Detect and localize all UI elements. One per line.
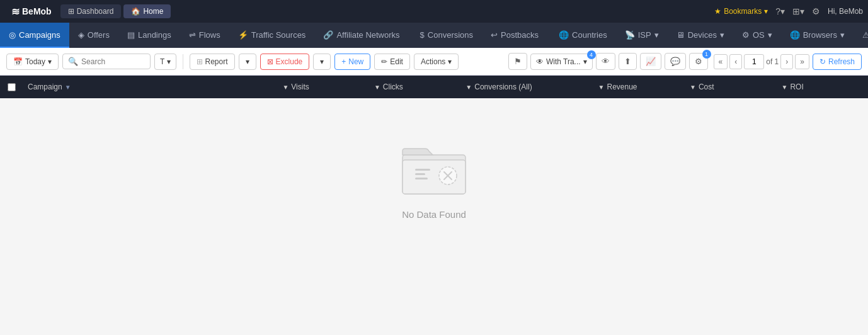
settings-icon[interactable]: ⚙ [812, 6, 820, 16]
chevron-down-icon: ▾ [583, 57, 587, 66]
bookmarks-button[interactable]: ★ Bookmarks ▾ [714, 7, 768, 16]
actions-button[interactable]: Actions ▾ [414, 54, 459, 70]
brand-logo: ≋ BeMob [5, 6, 58, 18]
sidebar-item-countries[interactable]: 🌐 Countries [550, 23, 616, 48]
eye-icon: 👁 [536, 57, 544, 66]
refresh-button[interactable]: ↻ Refresh [813, 54, 862, 70]
exclude-button[interactable]: ⊠ Exclude [260, 54, 310, 70]
edit-label: Edit [390, 57, 403, 66]
report-dropdown-button[interactable]: ▾ [239, 54, 256, 70]
settings-button[interactable]: ⚙ 1 [689, 53, 708, 70]
sidebar-item-landings[interactable]: ▤ Landings [118, 23, 180, 48]
column-header-visits[interactable]: ▼ Visits [277, 82, 368, 91]
edit-icon: ✏ [381, 57, 387, 66]
affiliate-networks-icon: 🔗 [323, 30, 333, 40]
report-icon: ⊞ [197, 57, 203, 66]
page-input[interactable] [744, 54, 764, 69]
sidebar-item-browsers[interactable]: 🌐 Browsers ▾ [781, 23, 854, 48]
bookmarks-label: Bookmarks [724, 7, 762, 16]
traffic-sources-icon: ⚡ [238, 30, 248, 40]
message-button[interactable]: 💬 [665, 53, 686, 70]
sidebar-item-campaigns[interactable]: ◎ Campaigns [0, 23, 69, 48]
landings-icon: ▤ [127, 30, 135, 40]
search-input[interactable] [81, 57, 144, 66]
traffic-badge: 4 [587, 50, 596, 59]
share-button[interactable]: ⬆ [619, 53, 637, 70]
chevron-down-icon: ▾ [654, 30, 659, 40]
sidebar-item-isp[interactable]: 📡 ISP ▾ [616, 23, 668, 48]
layout-icon[interactable]: ⊞▾ [792, 6, 804, 16]
flows-icon: ⇌ [189, 30, 196, 40]
column-header-campaign[interactable]: Campaign ▼ [23, 82, 277, 91]
sidebar-item-traffic-sources[interactable]: ⚡ Traffic Sources [229, 23, 315, 48]
first-page-button[interactable]: « [714, 54, 728, 69]
sidebar-item-offers[interactable]: ◈ Offers [69, 23, 118, 48]
sidebar-item-devices[interactable]: 🖥 Devices ▾ [668, 23, 733, 48]
plus-icon: + [341, 57, 346, 66]
sidebar-item-errors[interactable]: ⚠ Errors [854, 23, 868, 48]
sidebar-item-postbacks[interactable]: ↩ Postbacks [482, 23, 547, 48]
column-header-cost[interactable]: ▼ Cost [685, 82, 776, 91]
empty-folder-illustration [396, 136, 472, 199]
next-page-button[interactable]: › [780, 54, 793, 69]
column-header-roi[interactable]: ▼ ROI [777, 82, 868, 91]
chevron-down-icon: ▾ [448, 57, 452, 66]
clicks-column-label: Clicks [383, 82, 403, 91]
top-navigation: ≋ BeMob ⊞ Dashboard 🏠 Home ★ Bookmarks ▾… [0, 0, 868, 23]
errors-icon: ⚠ [862, 30, 868, 40]
revenue-column-label: Revenue [607, 82, 637, 91]
dashboard-label: Dashboard [77, 7, 114, 16]
column-header-revenue[interactable]: ▼ Revenue [593, 82, 685, 91]
prev-page-button[interactable]: ‹ [729, 54, 742, 69]
checkbox-all[interactable] [8, 83, 16, 91]
conversions-icon: $ [420, 30, 425, 40]
new-button[interactable]: + New [334, 54, 370, 70]
date-picker-button[interactable]: 📅 Today ▾ [6, 54, 59, 70]
filter-icon-roi: ▼ [782, 84, 788, 91]
report-button[interactable]: ⊞ Report [190, 54, 235, 70]
filter-icon-conversions: ▼ [465, 84, 472, 91]
eye-icon: 👁 [602, 57, 610, 66]
question-icon[interactable]: ?▾ [775, 6, 785, 16]
with-traffic-label: With Tra... [546, 57, 581, 66]
flag-button[interactable]: ⚑ [508, 53, 527, 70]
column-header-conversions[interactable]: ▼ Conversions (All) [460, 82, 593, 91]
visibility-button[interactable]: 👁 [596, 53, 615, 70]
svg-rect-4 [415, 178, 428, 179]
select-all-checkbox[interactable] [0, 83, 23, 91]
chevron-down-icon: ▾ [48, 57, 52, 66]
chevron-down-icon: ▾ [167, 57, 171, 66]
chart-button[interactable]: 📈 [640, 53, 661, 70]
type-button[interactable]: T ▾ [154, 54, 176, 70]
filter-icon-cost: ▼ [690, 84, 696, 91]
type-label: T [160, 57, 164, 66]
visits-column-label: Visits [291, 82, 309, 91]
column-header-clicks[interactable]: ▼ Clicks [369, 82, 460, 91]
svg-rect-3 [415, 173, 425, 175]
sidebar-item-flows[interactable]: ⇌ Flows [180, 23, 229, 48]
campaigns-icon: ◎ [9, 30, 16, 40]
share-icon: ⬆ [624, 57, 631, 66]
refresh-label: Refresh [828, 57, 855, 66]
last-page-button[interactable]: » [795, 54, 809, 69]
flag-icon: ⚑ [514, 57, 522, 66]
message-icon: 💬 [670, 57, 680, 66]
filter-icon-revenue: ▼ [598, 84, 605, 91]
conversions-column-label: Conversions (All) [474, 82, 532, 91]
dashboard-button[interactable]: ⊞ Dashboard [60, 4, 122, 18]
home-button[interactable]: 🏠 Home [123, 4, 171, 18]
with-traffic-button[interactable]: 👁 With Tra... ▾ 4 [530, 54, 593, 70]
table-header: Campaign ▼ ▼ Visits ▼ Clicks ▼ Conversio… [0, 76, 868, 98]
countries-icon: 🌐 [559, 30, 569, 40]
edit-button[interactable]: ✏ Edit [374, 54, 410, 70]
sidebar-item-os[interactable]: ⚙ OS ▾ [733, 23, 781, 48]
exclude-dropdown-button[interactable]: ▾ [313, 54, 331, 70]
exclude-icon: ⊠ [267, 57, 273, 66]
sidebar-item-affiliate-networks[interactable]: 🔗 Affiliate Networks [314, 23, 408, 48]
sidebar-item-conversions[interactable]: $ Conversions [411, 23, 483, 48]
top-nav-right: ★ Bookmarks ▾ ?▾ ⊞▾ ⚙ Hi, BeMob [714, 6, 863, 16]
gear-icon: ⚙ [695, 57, 702, 66]
chevron-down-icon: ▾ [720, 30, 724, 40]
new-label: New [348, 57, 363, 66]
chevron-down-icon: ▾ [320, 57, 324, 66]
